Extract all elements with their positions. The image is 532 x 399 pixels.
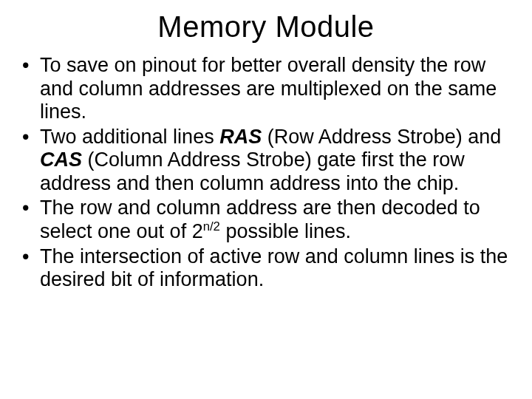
bullet-item: To save on pinout for better overall den… xyxy=(18,54,514,124)
slide-title: Memory Module xyxy=(18,10,514,44)
term-ras: RAS xyxy=(219,126,262,148)
term-cas: CAS xyxy=(40,149,82,171)
superscript: n/2 xyxy=(203,219,220,233)
bullet-text: (Row Address Strobe) and xyxy=(262,126,501,148)
bullet-item: The row and column address are then deco… xyxy=(18,197,514,243)
bullet-text: To save on pinout for better overall den… xyxy=(40,54,497,123)
bullet-text: The intersection of active row and colum… xyxy=(40,245,508,291)
bullet-item: The intersection of active row and colum… xyxy=(18,245,514,292)
bullet-item: Two additional lines RAS (Row Address St… xyxy=(18,126,514,196)
bullet-text: possible lines. xyxy=(220,220,351,242)
bullet-list: To save on pinout for better overall den… xyxy=(18,54,514,292)
slide: Memory Module To save on pinout for bett… xyxy=(0,0,532,399)
bullet-text: (Column Address Strobe) gate first the r… xyxy=(40,149,465,194)
bullet-text: Two additional lines xyxy=(40,126,219,148)
